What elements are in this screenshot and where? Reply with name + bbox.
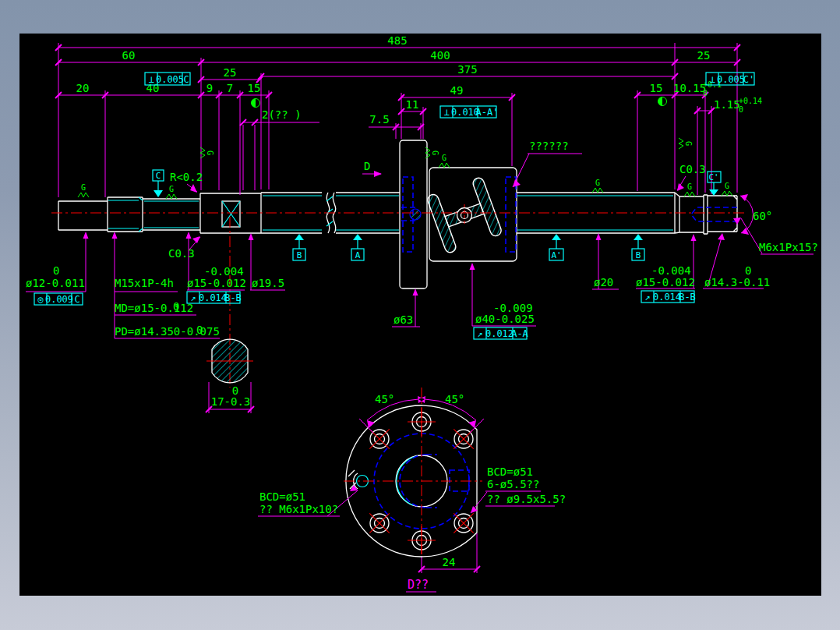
- dim-60: 60: [122, 49, 136, 62]
- label-d15l: ø15-0.012: [187, 277, 246, 289]
- dim-2: 2(?? ): [262, 108, 302, 121]
- gdt-value: 0.012: [485, 328, 514, 339]
- dim-24: 24: [443, 556, 456, 568]
- label-r-limit: R<0.2: [170, 171, 203, 183]
- dim-15-right: 15: [650, 82, 663, 94]
- datum-letter: C: [156, 171, 161, 181]
- dim-11: 11: [406, 98, 419, 111]
- label-pd: PD=ø14.350-0.075: [115, 325, 220, 338]
- gdt-value: 0.014: [653, 292, 681, 303]
- datum-letter: A: [355, 250, 361, 260]
- dim-7-5: 7.5: [369, 113, 389, 126]
- label-view-d-arrow: D: [364, 160, 370, 172]
- datum-letter: A': [551, 250, 561, 260]
- label-bcd-right-2: 6-ø5.5??: [487, 478, 539, 490]
- label-d15r-tol: -0.004: [651, 264, 691, 277]
- dim-25-right: 25: [697, 49, 711, 62]
- label-bcd-left-2: ?? M6x1Px10?: [259, 503, 338, 515]
- label-d15r: ø15-0.012: [636, 276, 695, 288]
- gdt-datum-ref: A-A': [476, 107, 499, 118]
- label-d40: ø40-0.025: [475, 313, 535, 325]
- gdt-value: 0.014: [199, 292, 227, 303]
- label-chamfer-right: C0.3: [679, 163, 706, 175]
- label-d14-3-tol: 0: [745, 264, 751, 277]
- gdt-datum-ref: B-B: [679, 292, 696, 303]
- view-title: D??: [408, 578, 429, 592]
- dim-10-15: 10.15: [673, 82, 706, 94]
- label-d20: ø20: [594, 276, 613, 288]
- label-m15-thread: M15x1P-4h: [115, 277, 174, 289]
- datum-letter: B: [297, 250, 302, 260]
- note-question-marks: ??????: [529, 140, 569, 152]
- gdt-frame-runout-bb-right: ↗ 0.014 B-B: [641, 291, 696, 303]
- gdt-datum-ref: B-B: [224, 292, 242, 303]
- dim-49: 49: [450, 84, 464, 97]
- dim-375: 375: [457, 63, 477, 76]
- label-d63: ø63: [394, 313, 413, 326]
- gdt-frame-conc-c: ◎ 0.009 C: [34, 293, 83, 305]
- gdt-symbol: ⊥: [148, 74, 154, 85]
- gd t-datum-ref: C': [743, 74, 754, 85]
- label-chamfer-left: C0.3: [168, 247, 195, 260]
- gdt-symbol: ↗: [477, 328, 482, 339]
- gdt-frame-perp-c2: ⊥ 0.005 C': [706, 73, 754, 85]
- label-bcd-right-3: ?? ø9.5x5.5?: [487, 493, 566, 505]
- dim-9: 9: [206, 82, 213, 94]
- gdt-symbol: ⊥: [709, 74, 715, 85]
- dim-1-15-tol-up: +0.14: [739, 97, 762, 105]
- gdt-value: 0.005: [717, 74, 745, 85]
- dim-25-left: 25: [224, 66, 237, 79]
- dim-60deg: 60°: [753, 210, 772, 222]
- label-m6-right: M6x1Px15?: [759, 241, 818, 253]
- gdt-datum-ref: C: [183, 74, 189, 85]
- gdt-symbol: ↗: [644, 292, 650, 303]
- grease-hole: [410, 209, 421, 220]
- dim-1-15: 1.15: [714, 98, 740, 111]
- drawing-canvas: G: [0, 0, 840, 630]
- dim-10-15-tol-dn: 0: [703, 89, 708, 97]
- dim-45-right: 45°: [445, 393, 464, 405]
- label-bcd-right-1: BCD=ø51: [487, 465, 533, 478]
- dim-1-15-tol-dn: 0: [739, 105, 743, 114]
- label-md: MD=ø15-0.112: [115, 302, 193, 314]
- gdt-symbol: ◎: [37, 294, 43, 305]
- gdt-symbol: ⊥: [443, 107, 449, 118]
- datum-letter: C': [708, 172, 718, 182]
- gdt-datum-ref: C: [74, 294, 79, 305]
- gdt-frame-runout-aa: ↗ 0.012 A-A: [474, 327, 529, 339]
- section-view-keyway: 0 17-0.3: [206, 339, 253, 408]
- gdt-value: 0.009: [45, 294, 73, 305]
- label-d19-5: ø19.5: [252, 277, 284, 289]
- datum-letter: B: [636, 250, 641, 260]
- dim-485: 485: [387, 34, 407, 47]
- gdt-frame-runout-bb-left: ↗ 0.014 B-B: [187, 292, 242, 303]
- label-d15l-tol: -0.004: [204, 265, 244, 278]
- dim-20: 20: [76, 82, 90, 94]
- dim-15-left: 15: [248, 82, 261, 94]
- cad-window-frame: G: [0, 0, 840, 630]
- dim-17: 17-0.3: [211, 395, 251, 408]
- label-d14-3: ø14.3-0.11: [704, 276, 770, 288]
- dim-400: 400: [430, 49, 450, 62]
- dim-7: 7: [227, 82, 233, 94]
- dim-45-left: 45°: [375, 393, 394, 405]
- gdt-datum-ref: A-A: [511, 328, 528, 339]
- gdt-value: 0.005: [156, 74, 184, 85]
- label-d12-tol: 0: [53, 264, 59, 277]
- label-bcd-left-1: BCD=ø51: [259, 490, 305, 503]
- gdt-frame-perp-aa: ⊥ 0.010 A-A': [440, 106, 498, 118]
- label-d12: ø12-0.011: [26, 277, 85, 289]
- gdt-frame-perp-c: ⊥ 0.005 C: [145, 73, 190, 85]
